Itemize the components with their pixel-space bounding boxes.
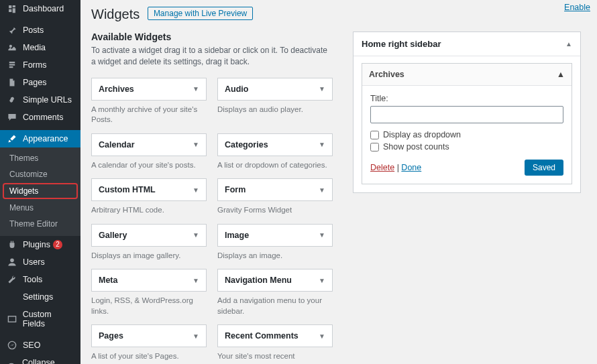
widget-box[interactable]: Navigation Menu▼ (217, 269, 333, 292)
caret-down-icon: ▼ (319, 85, 325, 93)
sidebar-item-dashboard[interactable]: Dashboard (0, 0, 80, 17)
widget-cell: Pages▼A list of your site's Pages. (91, 324, 207, 364)
widget-name: Categories (225, 140, 268, 149)
submenu-menus[interactable]: Menus (0, 200, 80, 216)
sidebar-item-simple-urls[interactable]: Simple URLs (0, 91, 80, 109)
widget-box[interactable]: Audio▼ (217, 78, 333, 101)
svg-point-1 (10, 258, 14, 262)
media-icon (5, 43, 19, 52)
widget-box[interactable]: Gallery▼ (91, 224, 207, 247)
plugin-icon (5, 240, 19, 249)
caret-down-icon: ▼ (319, 186, 325, 194)
widget-area-header[interactable]: Home right sidebar ▲ (354, 32, 580, 56)
sidebar-item-media[interactable]: Media (0, 39, 80, 56)
brush-icon (5, 134, 19, 143)
title-input[interactable] (370, 106, 563, 123)
pages-icon (5, 78, 19, 87)
caret-down-icon: ▼ (193, 277, 199, 284)
widget-box[interactable]: Custom HTML▼ (91, 178, 207, 201)
sidebar-item-label: Appearance (23, 134, 68, 143)
widget-name: Form (225, 185, 246, 194)
sidebar-item-comments[interactable]: Comments (0, 109, 80, 126)
caret-down-icon: ▼ (193, 85, 199, 93)
done-link[interactable]: Done (401, 163, 421, 172)
caret-down-icon: ▼ (193, 332, 199, 340)
delete-link[interactable]: Delete (370, 163, 394, 172)
dropdown-label: Display as dropdown (383, 130, 461, 139)
sidebar-item-posts[interactable]: Posts (0, 21, 80, 39)
widget-box[interactable]: Image▼ (217, 224, 333, 247)
sidebar-item-label: Plugins (23, 240, 50, 249)
sidebar-areas-panel: Home right sidebar ▲ Archives ▲ Title: (353, 32, 581, 364)
comment-icon (5, 113, 19, 122)
widget-box[interactable]: Archives▼ (91, 78, 207, 101)
sidebar-item-plugins[interactable]: Plugins 2 (0, 236, 80, 253)
saved-button[interactable]: Saved (525, 160, 563, 176)
widget-cell: Audio▼Displays an audio player. (217, 78, 333, 125)
live-preview-button[interactable]: Manage with Live Preview (148, 7, 253, 20)
counts-label: Show post counts (383, 142, 449, 151)
sidebar-item-label: Users (23, 257, 45, 267)
widget-name: Custom HTML (99, 185, 156, 194)
sidebar-item-users[interactable]: Users (0, 253, 80, 271)
widget-area-title: Home right sidebar (362, 39, 441, 49)
widget-instance-form: Title: Display as dropdown Show post cou… (362, 86, 572, 184)
available-widgets-panel: Available Widgets To activate a widget d… (91, 32, 333, 364)
sidebar-item-collapse[interactable]: Collapse menu (0, 354, 80, 364)
widget-desc: Arbitrary HTML code. (91, 205, 207, 216)
widget-box[interactable]: Pages▼ (91, 324, 207, 347)
widget-area-home-right: Home right sidebar ▲ Archives ▲ Title: (353, 32, 581, 193)
widget-cell: Calendar▼A calendar of your site's posts… (91, 133, 207, 171)
widget-desc: A list or dropdown of categories. (217, 160, 333, 171)
widget-box[interactable]: Meta▼ (91, 269, 207, 292)
widget-instance-header[interactable]: Archives ▲ (362, 64, 572, 86)
sidebar-item-custom-fields[interactable]: Custom Fields (0, 306, 80, 332)
sidebar-item-tools[interactable]: Tools (0, 271, 80, 288)
dropdown-checkbox[interactable] (370, 131, 379, 139)
sidebar-item-label: Settings (23, 292, 53, 302)
widget-name: Meta (99, 276, 117, 285)
submenu-customize[interactable]: Customize (0, 166, 80, 182)
sidebar-item-seo[interactable]: SEO (0, 337, 80, 354)
caret-up-icon: ▲ (565, 40, 572, 48)
sidebar-item-settings[interactable]: Settings (0, 288, 80, 306)
sidebar-item-pages[interactable]: Pages (0, 74, 80, 91)
sidebar-item-label: Media (23, 43, 46, 52)
widget-desc: A list of your site's Pages. (91, 351, 207, 362)
widget-name: Calendar (99, 140, 135, 149)
caret-down-icon: ▼ (319, 141, 325, 148)
submenu-theme-editor[interactable]: Theme Editor (0, 216, 80, 232)
page-title: Widgets (91, 7, 140, 22)
widget-desc: Displays an image gallery. (91, 251, 207, 261)
svg-rect-2 (8, 316, 15, 322)
widget-name: Audio (225, 84, 248, 94)
available-widgets-desc: To activate a widget drag it to a sideba… (91, 45, 333, 68)
widget-box[interactable]: Form▼ (217, 178, 333, 201)
widget-box[interactable]: Recent Comments▼ (217, 324, 333, 347)
caret-down-icon: ▼ (319, 277, 325, 284)
submenu-themes[interactable]: Themes (0, 150, 80, 166)
sidebar-item-forms[interactable]: Forms (0, 56, 80, 74)
dashboard-icon (5, 4, 19, 13)
widget-instance-archives: Archives ▲ Title: Display as dropdown (362, 63, 572, 184)
sidebar-item-label: Simple URLs (23, 95, 72, 105)
widget-cell: Archives▼A monthly archive of your site'… (91, 78, 207, 125)
caret-down-icon: ▼ (319, 332, 325, 340)
sidebar-item-label: Tools (23, 275, 42, 284)
counts-checkbox[interactable] (370, 143, 379, 151)
caret-down-icon: ▼ (193, 231, 199, 239)
widget-box[interactable]: Calendar▼ (91, 133, 207, 156)
user-icon (5, 257, 19, 267)
title-label: Title: (370, 94, 563, 103)
available-widgets-title: Available Widgets (91, 32, 333, 42)
widget-desc: Gravity Forms Widget (217, 205, 333, 216)
link-icon (5, 95, 19, 105)
widget-desc: A monthly archive of your site's Posts. (91, 105, 207, 125)
submenu-widgets[interactable]: Widgets (3, 183, 78, 199)
widget-cell: Meta▼Login, RSS, & WordPress.org links. (91, 269, 207, 316)
widget-cell: Navigation Menu▼Add a navigation menu to… (217, 269, 333, 316)
widget-box[interactable]: Categories▼ (217, 133, 333, 156)
sidebar-item-appearance[interactable]: Appearance (0, 130, 80, 147)
pin-icon (5, 25, 19, 35)
sidebar-item-label: Collapse menu (22, 358, 75, 364)
